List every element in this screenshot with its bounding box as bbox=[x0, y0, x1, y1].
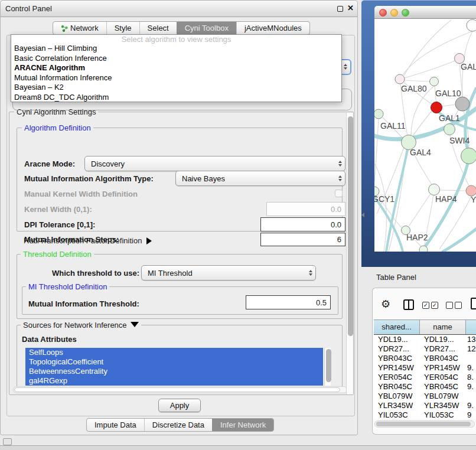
tab-discretize-data[interactable]: Discretize Data bbox=[144, 419, 212, 431]
tab-style[interactable]: Style bbox=[106, 22, 139, 34]
node-gal1-selected[interactable] bbox=[431, 102, 442, 113]
control-panel-titlebar[interactable]: Control Panel ✕ bbox=[1, 1, 357, 17]
dropdown-item[interactable]: Mutual Information Inference bbox=[11, 73, 341, 83]
node[interactable] bbox=[419, 246, 428, 252]
cell: 9. bbox=[465, 382, 476, 392]
mi-steps-field[interactable]: 6 bbox=[260, 233, 345, 246]
mi-threshold-label: Mutual Information Threshold: bbox=[28, 299, 139, 308]
tab-infer-network[interactable]: Infer Network bbox=[212, 419, 273, 431]
minimized-panel-icon[interactable] bbox=[3, 438, 12, 445]
zoom-traffic-light-icon[interactable] bbox=[402, 9, 409, 17]
sources-group-title[interactable]: Sources for Network Inference bbox=[21, 321, 141, 330]
cell: YBR045C bbox=[374, 382, 419, 392]
tab-network-label: Network bbox=[70, 22, 99, 34]
node-label: GAL10 bbox=[435, 89, 461, 98]
tab-select-label: Select bbox=[148, 22, 169, 34]
mi-steps-value: 6 bbox=[337, 235, 341, 244]
tab-cyni-toolbox[interactable]: Cyni Toolbox bbox=[177, 22, 236, 34]
dropdown-item[interactable]: Bayesian – K2 bbox=[11, 83, 341, 93]
close-traffic-light-icon[interactable] bbox=[379, 9, 387, 17]
node-label: GAL80 bbox=[401, 84, 427, 93]
dropdown-item[interactable]: Basic Correlation Inference bbox=[11, 54, 341, 64]
float-window-icon[interactable] bbox=[337, 6, 343, 12]
hub-definition-toggle[interactable]: Hub/Transcription Factor Definition bbox=[24, 236, 152, 245]
node-gal80[interactable] bbox=[395, 74, 405, 84]
select-all-checkbox-icon[interactable]: ✓ bbox=[431, 302, 438, 309]
dpi-tolerance-field[interactable]: 0.0 bbox=[260, 217, 345, 231]
mi-threshold-field[interactable]: 0.5 bbox=[246, 295, 331, 309]
dropdown-item-selected[interactable]: ARACNE Algorithm bbox=[11, 63, 341, 73]
node[interactable] bbox=[467, 19, 476, 31]
tab-jactivemnodules[interactable]: jActiveMNodules bbox=[236, 22, 309, 34]
list-item[interactable]: gal4RGexp bbox=[25, 376, 323, 386]
node-gal10[interactable] bbox=[430, 77, 439, 86]
table-row[interactable]: YDL19...YDL19...13 bbox=[374, 335, 476, 344]
export-table-icon[interactable] bbox=[471, 298, 476, 309]
node-label: GAL11 bbox=[380, 121, 406, 131]
table-row[interactable]: YBR045CYBR045C9. bbox=[374, 382, 476, 392]
tab-impute-data[interactable]: Impute Data bbox=[87, 419, 144, 431]
columns-icon[interactable] bbox=[403, 299, 414, 310]
column-header-name[interactable]: name bbox=[420, 320, 466, 334]
node-hap4[interactable] bbox=[429, 184, 440, 195]
network-canvas[interactable]: GAL GAL80 GAL10 GAL1 GAL11 SWI4 GAL4 GCY… bbox=[374, 19, 476, 252]
table-row[interactable]: YBL079WYBL079W bbox=[374, 392, 476, 401]
control-panel-window: Control Panel ✕ Network Style Select Cyn… bbox=[0, 0, 358, 435]
cell: YBR043C bbox=[419, 354, 465, 363]
mi-type-combo[interactable]: Naive Bayes bbox=[175, 171, 345, 186]
table-horizontal-scrollbar[interactable] bbox=[374, 420, 475, 428]
settings-vertical-scrollbar[interactable] bbox=[346, 113, 353, 394]
which-threshold-combo[interactable]: MI Threshold bbox=[141, 265, 316, 281]
list-item[interactable]: SelfLoops bbox=[25, 348, 323, 357]
aracne-mode-label: Aracne Mode: bbox=[24, 159, 75, 168]
table-row[interactable]: YDR27...YDR27...12 bbox=[374, 344, 476, 354]
dropdown-item[interactable]: Dream8 DC_TDC Algorithm bbox=[11, 93, 341, 103]
cell: YDR27... bbox=[419, 344, 465, 354]
splitpane-collapse-icon[interactable] bbox=[361, 213, 364, 217]
list-item[interactable]: BetweennessCentrality bbox=[25, 367, 323, 376]
algorithm-definition-title: Algorithm Definition bbox=[22, 123, 93, 132]
table-row[interactable]: YBR043CYBR043C bbox=[374, 354, 476, 363]
manual-kernel-checkbox[interactable] bbox=[335, 190, 343, 197]
dropdown-item[interactable]: Bayesian – Hill Climbing bbox=[11, 44, 341, 54]
table-row[interactable]: YIL053CYIL053C9 bbox=[374, 410, 476, 419]
deselect-checkbox-icon[interactable] bbox=[455, 302, 462, 309]
node-label: SWI4 bbox=[449, 136, 470, 145]
column-header-shared-name[interactable]: shared... bbox=[374, 320, 420, 334]
tab-select[interactable]: Select bbox=[139, 22, 177, 34]
tab-network[interactable]: Network bbox=[53, 22, 106, 34]
minimize-traffic-light-icon[interactable] bbox=[390, 9, 398, 17]
close-icon[interactable]: ✕ bbox=[347, 4, 354, 12]
node-swi4[interactable] bbox=[444, 124, 455, 135]
cell: YER054C bbox=[419, 373, 465, 382]
kernel-width-field[interactable]: 0.0 bbox=[266, 202, 345, 216]
table-row[interactable]: YLR345WYLR345W9. bbox=[374, 401, 476, 410]
deselect-checkbox-icon[interactable] bbox=[446, 302, 453, 309]
table-body: YDL19...YDL19...13 YDR27...YDR27...12 YB… bbox=[374, 335, 476, 419]
select-all-checkbox-icon[interactable]: ✓ bbox=[422, 302, 429, 309]
table-row[interactable]: YER054CYER054C8. bbox=[374, 373, 476, 382]
network-view-window: GAL GAL80 GAL10 GAL1 GAL11 SWI4 GAL4 GCY… bbox=[361, 0, 476, 267]
node-gray[interactable] bbox=[455, 97, 470, 111]
dpi-tolerance-label: DPI Tolerance [0,1]: bbox=[24, 220, 95, 229]
gear-icon[interactable]: ⚙ bbox=[381, 298, 390, 311]
list-vertical-scrollbar[interactable] bbox=[324, 348, 331, 386]
node-big-green[interactable] bbox=[461, 148, 476, 164]
mi-threshold-group-title: MI Threshold Definition bbox=[26, 282, 109, 291]
expand-right-icon bbox=[146, 237, 152, 244]
network-view-titlebar[interactable] bbox=[374, 6, 476, 19]
column-header-clipped[interactable] bbox=[466, 320, 476, 334]
table-row[interactable]: YPR145WYPR145W9. bbox=[374, 363, 476, 373]
aracne-mode-combo[interactable]: Discovery bbox=[84, 156, 345, 171]
kernel-width-label: Kernel Width (0,1): bbox=[24, 205, 92, 214]
combo-stepper-icon bbox=[335, 161, 345, 167]
list-item[interactable]: TopologicalCoefficient bbox=[25, 357, 323, 367]
apply-button[interactable]: Apply bbox=[158, 399, 201, 412]
cell: YDL19... bbox=[374, 335, 419, 344]
cell: 9. bbox=[465, 363, 476, 373]
node-gal11[interactable] bbox=[374, 109, 383, 119]
combo-stepper-icon bbox=[306, 270, 315, 276]
settings-horizontal-scrollbar[interactable] bbox=[13, 386, 347, 393]
cell: YLR345W bbox=[419, 401, 465, 410]
node-label: HAP4 bbox=[435, 194, 457, 204]
